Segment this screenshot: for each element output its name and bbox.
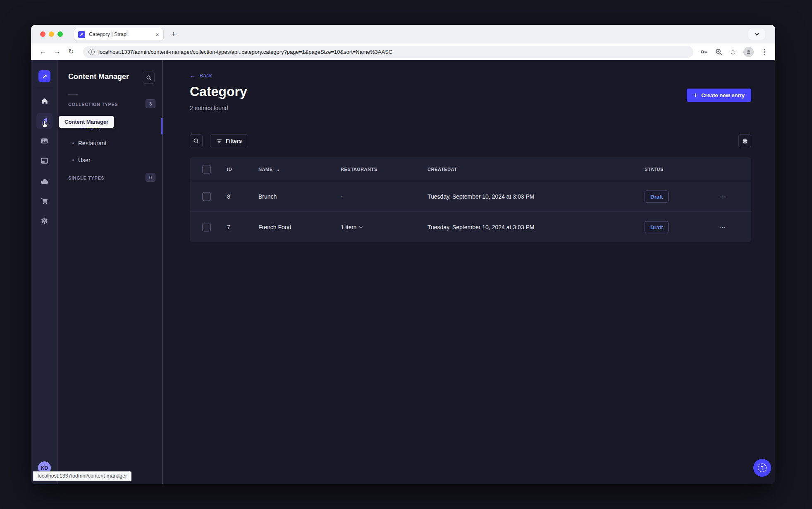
- cell-name: Brunch: [258, 193, 277, 200]
- cell-createdat: Tuesday, September 10, 2024 at 3:03 PM: [427, 193, 534, 200]
- tab-search-button[interactable]: [748, 29, 765, 40]
- nav-deploy-cloud-icon[interactable]: [36, 173, 53, 189]
- nav-settings-gear-icon[interactable]: [36, 213, 53, 229]
- filters-button[interactable]: Filters: [210, 134, 248, 147]
- minimize-window-button[interactable]: [49, 31, 54, 37]
- single-types-label: SINGLE TYPES: [68, 175, 104, 180]
- cell-restaurants: 1 item: [341, 224, 356, 230]
- table-row[interactable]: 7 French Food 1 item Tuesday, September …: [190, 211, 751, 242]
- close-window-button[interactable]: [40, 31, 45, 37]
- entries-table: ID NAME RESTAURANTS CREATEDAT STATUS 8 B…: [190, 157, 751, 242]
- subnav-divider: [68, 94, 78, 95]
- nav-home-icon[interactable]: [36, 93, 53, 109]
- header-name: NAME: [258, 167, 273, 172]
- page-title: Category: [190, 84, 247, 99]
- bookmark-star-icon[interactable]: [730, 47, 736, 56]
- rail-divider: [36, 88, 53, 88]
- cell-restaurants: -: [341, 193, 343, 200]
- create-new-entry-button[interactable]: Create new entry: [687, 89, 751, 102]
- traffic-lights: [40, 31, 63, 37]
- strapi-app: KD Content Manager COLLECTION TYPES 3 Ca…: [31, 60, 775, 484]
- bullet-icon: [72, 159, 74, 161]
- site-info-icon[interactable]: i: [88, 49, 95, 55]
- header-name-sort[interactable]: NAME: [258, 166, 280, 173]
- table-row[interactable]: 8 Brunch - Tuesday, September 10, 2024 a…: [190, 181, 751, 211]
- link-status-bar: localhost:1337/admin/content-manager: [33, 471, 131, 481]
- sort-ascending-icon: [277, 166, 280, 173]
- browser-profile-avatar[interactable]: [743, 47, 754, 57]
- tab-close-icon[interactable]: ×: [155, 31, 159, 38]
- help-button[interactable]: [753, 459, 771, 477]
- collection-types-label: COLLECTION TYPES: [68, 102, 118, 107]
- cell-id: 7: [227, 224, 230, 230]
- entries-count: 2 entries found: [190, 105, 228, 111]
- cell-name: French Food: [258, 224, 291, 230]
- table-header-row: ID NAME RESTAURANTS CREATEDAT STATUS: [190, 157, 751, 181]
- view-settings-button[interactable]: [738, 134, 751, 147]
- sidebar-item-label: User: [78, 157, 91, 163]
- header-restaurants[interactable]: RESTAURANTS: [341, 167, 377, 172]
- browser-reload-button[interactable]: [66, 48, 76, 56]
- sidebar-item-user[interactable]: User: [72, 157, 91, 163]
- tab-title: Category | Strapi: [89, 31, 152, 37]
- row-checkbox[interactable]: [202, 223, 211, 231]
- bullet-icon: [72, 142, 74, 144]
- zoom-window-button[interactable]: [57, 31, 63, 37]
- collection-types-count-badge: 3: [146, 99, 155, 108]
- plus-icon: [693, 91, 697, 99]
- filters-label: Filters: [226, 138, 242, 144]
- question-mark-icon: [758, 463, 767, 472]
- zoom-lens-icon[interactable]: [715, 48, 723, 56]
- back-link[interactable]: Back: [190, 72, 212, 79]
- tab-strip: Category | Strapi ×: [31, 25, 775, 43]
- sidebar-item-label: Restaurant: [78, 140, 106, 146]
- sidebar-item-restaurant[interactable]: Restaurant: [72, 140, 106, 146]
- search-entries-button[interactable]: [190, 134, 203, 147]
- status-badge: Draft: [645, 221, 669, 233]
- url-text[interactable]: localhost:1337/admin/content-manager/col…: [98, 49, 392, 55]
- row-actions-button[interactable]: [719, 223, 726, 231]
- single-types-count-badge: 0: [146, 173, 155, 182]
- browser-forward-button[interactable]: [52, 48, 62, 56]
- cell-id: 8: [227, 193, 230, 200]
- restaurants-dropdown[interactable]: 1 item: [341, 224, 362, 230]
- browser-toolbar: i localhost:1337/admin/content-manager/c…: [31, 43, 775, 60]
- nav-marketplace-cart-icon[interactable]: [36, 193, 53, 209]
- browser-tab[interactable]: Category | Strapi ×: [74, 28, 164, 41]
- subnav-title: Content Manager: [68, 72, 129, 81]
- active-item-indicator: [161, 118, 162, 134]
- cell-createdat: Tuesday, September 10, 2024 at 3:03 PM: [427, 224, 534, 230]
- nav-content-type-builder-icon[interactable]: [36, 153, 53, 169]
- strapi-logo-icon[interactable]: [38, 70, 50, 82]
- browser-back-button[interactable]: [38, 48, 48, 56]
- back-arrow-icon: [190, 72, 196, 79]
- address-bar[interactable]: i localhost:1337/admin/content-manager/c…: [83, 46, 693, 58]
- status-badge: Draft: [645, 190, 669, 202]
- row-actions-button[interactable]: [719, 192, 726, 200]
- nav-media-library-icon[interactable]: [36, 133, 53, 149]
- select-all-checkbox[interactable]: [202, 165, 211, 173]
- new-tab-button[interactable]: [168, 29, 179, 40]
- subnav-search-button[interactable]: [143, 72, 155, 84]
- password-key-icon[interactable]: [700, 48, 708, 56]
- chevron-down-icon: [755, 31, 759, 36]
- browser-window: Category | Strapi × i localhost:1337/adm…: [31, 25, 775, 484]
- mouse-cursor-icon: [40, 120, 48, 131]
- browser-menu-icon[interactable]: [761, 48, 768, 56]
- strapi-favicon-icon: [78, 31, 85, 38]
- header-id[interactable]: ID: [227, 167, 232, 172]
- main-content: Back Category 2 entries found Create new…: [163, 60, 775, 484]
- main-nav-rail: KD: [31, 60, 58, 484]
- row-checkbox[interactable]: [202, 192, 211, 201]
- header-createdat[interactable]: CREATEDAT: [427, 167, 457, 172]
- toolbar-actions: [700, 47, 769, 57]
- back-label: Back: [200, 72, 212, 79]
- chevron-down-icon: [359, 225, 363, 228]
- header-status: STATUS: [645, 167, 664, 172]
- nav-tooltip: Content Manager: [59, 116, 114, 128]
- create-button-label: Create new entry: [701, 92, 745, 98]
- filter-icon: [216, 139, 222, 144]
